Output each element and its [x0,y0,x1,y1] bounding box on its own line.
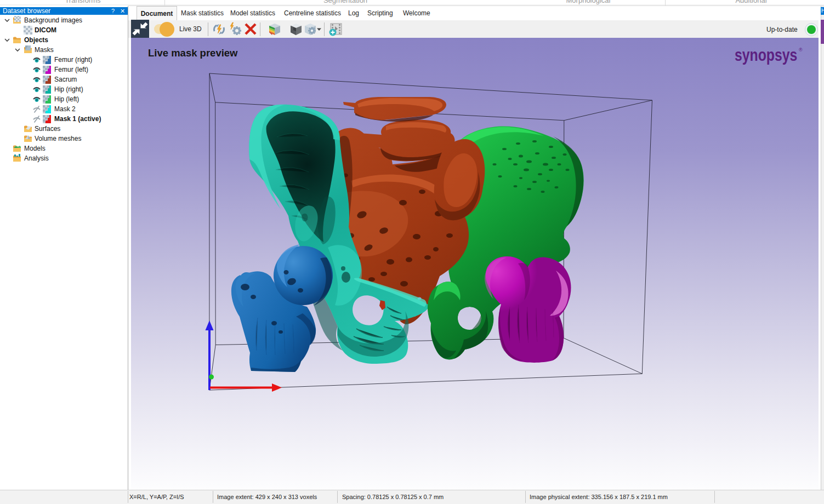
svg-text:Live mask preview: Live mask preview [148,47,238,59]
svg-text:®: ® [799,47,803,53]
svg-text:synopsys: synopsys [735,45,797,64]
